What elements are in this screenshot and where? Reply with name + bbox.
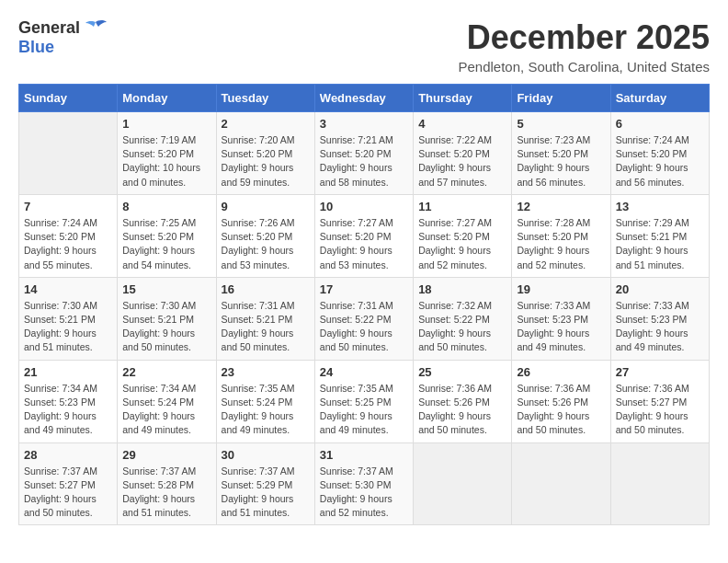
day-info: Sunrise: 7:27 AM Sunset: 5:20 PM Dayligh… (320, 216, 408, 272)
day-number: 26 (517, 365, 605, 379)
title-section: December 2025 Pendleton, South Carolina,… (458, 18, 710, 75)
day-number: 9 (222, 200, 310, 213)
day-info: Sunrise: 7:30 AM Sunset: 5:21 PM Dayligh… (122, 299, 210, 355)
calendar-cell: 7Sunrise: 7:24 AM Sunset: 5:20 PM Daylig… (19, 194, 118, 277)
month-title: December 2025 (458, 18, 710, 57)
calendar-cell: 20Sunrise: 7:33 AM Sunset: 5:23 PM Dayli… (610, 277, 709, 360)
day-number: 24 (320, 365, 408, 379)
location: Pendleton, South Carolina, United States (458, 59, 710, 75)
day-number: 8 (122, 200, 210, 213)
day-number: 11 (418, 200, 506, 213)
day-number: 14 (24, 282, 112, 296)
header-day-monday: Monday (118, 85, 216, 112)
calendar-cell: 24Sunrise: 7:35 AM Sunset: 5:25 PM Dayli… (314, 360, 413, 442)
day-info: Sunrise: 7:34 AM Sunset: 5:23 PM Dayligh… (24, 382, 112, 438)
day-number: 16 (222, 282, 310, 296)
day-number: 18 (418, 282, 506, 296)
calendar-cell (414, 442, 512, 525)
calendar-cell: 1Sunrise: 7:19 AM Sunset: 5:20 PM Daylig… (118, 112, 216, 195)
day-info: Sunrise: 7:37 AM Sunset: 5:27 PM Dayligh… (24, 465, 112, 521)
day-info: Sunrise: 7:35 AM Sunset: 5:25 PM Dayligh… (320, 382, 408, 438)
header-day-tuesday: Tuesday (216, 85, 314, 112)
day-info: Sunrise: 7:37 AM Sunset: 5:28 PM Dayligh… (122, 465, 210, 521)
day-info: Sunrise: 7:27 AM Sunset: 5:20 PM Dayligh… (418, 216, 506, 272)
day-info: Sunrise: 7:21 AM Sunset: 5:20 PM Dayligh… (320, 133, 408, 190)
calendar-cell: 3Sunrise: 7:21 AM Sunset: 5:20 PM Daylig… (314, 112, 413, 195)
calendar-cell: 14Sunrise: 7:30 AM Sunset: 5:21 PM Dayli… (19, 277, 118, 360)
day-info: Sunrise: 7:37 AM Sunset: 5:30 PM Dayligh… (320, 465, 408, 521)
day-info: Sunrise: 7:34 AM Sunset: 5:24 PM Dayligh… (122, 382, 210, 438)
calendar-cell: 16Sunrise: 7:31 AM Sunset: 5:21 PM Dayli… (216, 277, 314, 360)
calendar-cell: 26Sunrise: 7:36 AM Sunset: 5:26 PM Dayli… (512, 360, 610, 442)
page-header: General Blue December 2025 Pendleton, So… (18, 18, 710, 75)
calendar-week-3: 14Sunrise: 7:30 AM Sunset: 5:21 PM Dayli… (19, 277, 710, 360)
calendar-cell: 11Sunrise: 7:27 AM Sunset: 5:20 PM Dayli… (414, 194, 512, 277)
calendar-cell: 27Sunrise: 7:36 AM Sunset: 5:27 PM Dayli… (610, 360, 709, 442)
day-info: Sunrise: 7:22 AM Sunset: 5:20 PM Dayligh… (418, 133, 506, 190)
header-day-saturday: Saturday (610, 85, 709, 112)
header-day-sunday: Sunday (19, 85, 118, 112)
day-number: 20 (616, 282, 704, 296)
calendar-cell: 25Sunrise: 7:36 AM Sunset: 5:26 PM Dayli… (414, 360, 512, 442)
calendar-cell (610, 442, 709, 525)
day-info: Sunrise: 7:26 AM Sunset: 5:20 PM Dayligh… (222, 216, 310, 272)
calendar-cell: 18Sunrise: 7:32 AM Sunset: 5:22 PM Dayli… (414, 277, 512, 360)
calendar-cell: 21Sunrise: 7:34 AM Sunset: 5:23 PM Dayli… (19, 360, 118, 442)
calendar-cell: 22Sunrise: 7:34 AM Sunset: 5:24 PM Dayli… (118, 360, 216, 442)
logo-bird-icon (84, 19, 108, 38)
calendar-body: 1Sunrise: 7:19 AM Sunset: 5:20 PM Daylig… (19, 112, 710, 525)
calendar-cell: 29Sunrise: 7:37 AM Sunset: 5:28 PM Dayli… (118, 442, 216, 525)
day-info: Sunrise: 7:23 AM Sunset: 5:20 PM Dayligh… (517, 133, 605, 190)
day-number: 23 (222, 365, 310, 379)
calendar-cell: 30Sunrise: 7:37 AM Sunset: 5:29 PM Dayli… (216, 442, 314, 525)
day-info: Sunrise: 7:33 AM Sunset: 5:23 PM Dayligh… (616, 299, 704, 355)
logo-blue-text: Blue (18, 38, 54, 56)
day-number: 10 (320, 200, 408, 213)
day-info: Sunrise: 7:35 AM Sunset: 5:24 PM Dayligh… (222, 382, 310, 438)
day-info: Sunrise: 7:24 AM Sunset: 5:20 PM Dayligh… (24, 216, 112, 272)
logo: General Blue (18, 18, 108, 57)
day-number: 30 (222, 448, 310, 462)
calendar-week-5: 28Sunrise: 7:37 AM Sunset: 5:27 PM Dayli… (19, 442, 710, 525)
calendar-week-4: 21Sunrise: 7:34 AM Sunset: 5:23 PM Dayli… (19, 360, 710, 442)
day-number: 15 (122, 282, 210, 296)
calendar-cell: 10Sunrise: 7:27 AM Sunset: 5:20 PM Dayli… (314, 194, 413, 277)
calendar-week-2: 7Sunrise: 7:24 AM Sunset: 5:20 PM Daylig… (19, 194, 710, 277)
day-number: 1 (122, 117, 210, 131)
day-number: 22 (122, 365, 210, 379)
logo-general-text: General (18, 18, 80, 38)
day-number: 13 (616, 200, 704, 213)
calendar-cell: 28Sunrise: 7:37 AM Sunset: 5:27 PM Dayli… (19, 442, 118, 525)
day-number: 25 (418, 365, 506, 379)
day-info: Sunrise: 7:24 AM Sunset: 5:20 PM Dayligh… (616, 133, 704, 190)
day-number: 17 (320, 282, 408, 296)
calendar-cell (19, 112, 118, 195)
day-info: Sunrise: 7:29 AM Sunset: 5:21 PM Dayligh… (616, 216, 704, 272)
day-info: Sunrise: 7:36 AM Sunset: 5:26 PM Dayligh… (418, 382, 506, 438)
day-info: Sunrise: 7:36 AM Sunset: 5:27 PM Dayligh… (616, 382, 704, 438)
day-info: Sunrise: 7:19 AM Sunset: 5:20 PM Dayligh… (122, 133, 210, 190)
calendar-cell: 6Sunrise: 7:24 AM Sunset: 5:20 PM Daylig… (610, 112, 709, 195)
calendar-cell: 2Sunrise: 7:20 AM Sunset: 5:20 PM Daylig… (216, 112, 314, 195)
day-number: 7 (24, 200, 112, 213)
day-info: Sunrise: 7:30 AM Sunset: 5:21 PM Dayligh… (24, 299, 112, 355)
calendar-cell: 9Sunrise: 7:26 AM Sunset: 5:20 PM Daylig… (216, 194, 314, 277)
calendar-cell: 15Sunrise: 7:30 AM Sunset: 5:21 PM Dayli… (118, 277, 216, 360)
calendar-table: SundayMondayTuesdayWednesdayThursdayFrid… (18, 84, 710, 525)
day-number: 21 (24, 365, 112, 379)
day-number: 27 (616, 365, 704, 379)
day-info: Sunrise: 7:37 AM Sunset: 5:29 PM Dayligh… (222, 465, 310, 521)
calendar-cell: 23Sunrise: 7:35 AM Sunset: 5:24 PM Dayli… (216, 360, 314, 442)
day-info: Sunrise: 7:31 AM Sunset: 5:22 PM Dayligh… (320, 299, 408, 355)
day-number: 4 (418, 117, 506, 131)
calendar-cell: 4Sunrise: 7:22 AM Sunset: 5:20 PM Daylig… (414, 112, 512, 195)
header-day-friday: Friday (512, 85, 610, 112)
calendar-cell: 31Sunrise: 7:37 AM Sunset: 5:30 PM Dayli… (314, 442, 413, 525)
day-number: 31 (320, 448, 408, 462)
calendar-cell: 17Sunrise: 7:31 AM Sunset: 5:22 PM Dayli… (314, 277, 413, 360)
day-info: Sunrise: 7:31 AM Sunset: 5:21 PM Dayligh… (222, 299, 310, 355)
calendar-week-1: 1Sunrise: 7:19 AM Sunset: 5:20 PM Daylig… (19, 112, 710, 195)
calendar-cell: 13Sunrise: 7:29 AM Sunset: 5:21 PM Dayli… (610, 194, 709, 277)
calendar-cell: 12Sunrise: 7:28 AM Sunset: 5:20 PM Dayli… (512, 194, 610, 277)
day-info: Sunrise: 7:36 AM Sunset: 5:26 PM Dayligh… (517, 382, 605, 438)
